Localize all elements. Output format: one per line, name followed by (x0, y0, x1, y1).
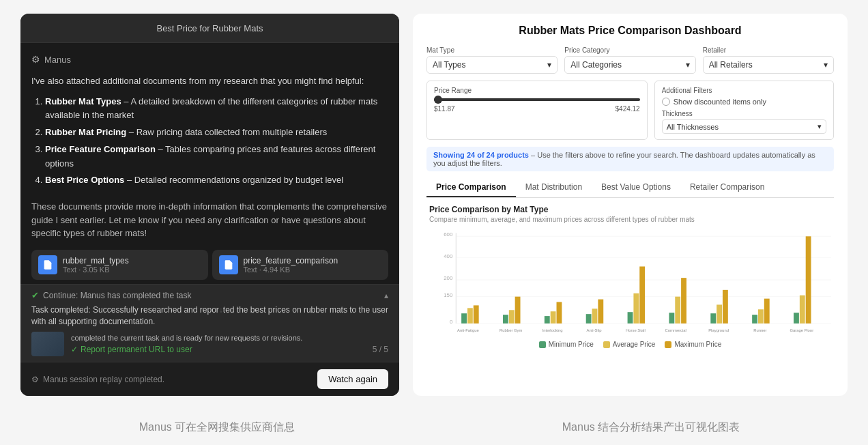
chart-container: 600 400 200 150 0 Anti-Fatigue (429, 229, 831, 338)
svg-rect-40 (758, 309, 764, 324)
svg-rect-23 (586, 314, 592, 324)
retailer-filter: Retailer All Retailers ▾ (703, 46, 834, 74)
svg-rect-41 (764, 299, 770, 324)
svg-rect-21 (557, 302, 562, 323)
agent-label: ⚙ Manus (31, 54, 388, 65)
check-icon-step: ✓ (71, 345, 78, 354)
slider-values: $11.87 $424.12 (434, 105, 640, 113)
watch-again-button[interactable]: Watch again (317, 369, 388, 389)
intro-text: I've also attached additional documents … (31, 74, 388, 88)
svg-rect-11 (461, 313, 467, 324)
svg-rect-32 (675, 297, 680, 324)
chat-body: ⚙ Manus I've also attached additional do… (20, 43, 399, 284)
task-thumb-inner (31, 332, 64, 356)
file-icon (38, 255, 57, 274)
chart-legend: Minimum Price Average Price Maximum Pric… (429, 341, 831, 348)
svg-rect-28 (633, 293, 639, 324)
price-max: $424.12 (616, 105, 640, 113)
window-title: Best Price for Rubber Mats (156, 23, 263, 33)
svg-rect-31 (669, 313, 674, 324)
svg-text:Commercial: Commercial (665, 328, 686, 332)
file-name: price_feature_comparison (244, 256, 338, 265)
svg-text:200: 200 (444, 275, 453, 281)
legend-dot-min (539, 341, 546, 348)
legend-label-min: Minimum Price (549, 341, 594, 348)
thickness-select[interactable]: All Thicknesses ▾ (662, 119, 826, 134)
discount-checkbox-row: Show discounted items only (662, 98, 826, 106)
task-thumb-row: completed the current task and is ready … (31, 332, 388, 356)
follow-up-text: These documents provide more in-depth in… (31, 200, 388, 240)
list-item-label: Rubber Mat Pricing (45, 127, 126, 137)
file-info: price_feature_comparison Text · 4.94 KB (244, 256, 338, 274)
right-panel: Rubber Mats Price Comparison Dashboard M… (413, 14, 848, 396)
legend-label-avg: Average Price (613, 341, 656, 348)
mat-type-select[interactable]: All Types ▾ (426, 56, 558, 74)
chevron-down-icon: ▾ (547, 60, 551, 70)
retailer-label: Retailer (703, 46, 834, 54)
svg-rect-20 (551, 311, 556, 324)
svg-rect-24 (592, 308, 598, 324)
tab-mat-distribution[interactable]: Mat Distribution (516, 178, 592, 197)
file-item[interactable]: price_feature_comparison Text · 4.94 KB (212, 250, 389, 280)
filters-row-1: Mat Type All Types ▾ Price Category All … (426, 46, 834, 74)
file-item[interactable]: rubber_mat_types Text · 3.05 KB (31, 250, 208, 280)
bottom-bar: ⚙ Manus session replay completed. Watch … (20, 362, 399, 396)
tab-price-comparison[interactable]: Price Comparison (426, 178, 516, 197)
step-description: completed the current task and is ready … (71, 334, 388, 342)
discount-label: Show discounted items only (674, 98, 766, 106)
tab-best-value[interactable]: Best Value Options (592, 178, 680, 197)
list-item: Rubber Mat Types – A detailed breakdown … (45, 95, 388, 124)
agent-name: Manus (44, 55, 71, 65)
thickness-value: All Thicknesses (667, 123, 719, 131)
price-range-filter: Price Range $11.87 $424.12 (426, 81, 648, 140)
svg-rect-37 (723, 290, 728, 324)
additional-filters: Additional Filters Show discounted items… (654, 81, 834, 140)
tab-retailer-comparison[interactable]: Retailer Comparison (680, 178, 774, 197)
chart-title: Price Comparison by Mat Type (429, 205, 831, 214)
file-icon (219, 255, 238, 274)
tabs-row: Price Comparison Mat Distribution Best V… (426, 178, 834, 198)
price-min: $11.87 (434, 105, 455, 113)
svg-rect-16 (509, 310, 515, 324)
svg-rect-43 (794, 313, 799, 324)
discount-checkbox[interactable] (662, 98, 670, 106)
svg-text:Playground: Playground (708, 328, 729, 332)
footer-right-caption: Manus 结合分析结果产出可视化图表 (434, 420, 868, 435)
svg-rect-19 (545, 316, 550, 324)
task-text: Task completed: Successfully researched … (31, 304, 388, 328)
continue-label: Continue: Manus has completed the task (43, 291, 191, 300)
dashboard-title: Rubber Mats Price Comparison Dashboard (426, 25, 834, 37)
task-thumbnail (31, 332, 64, 356)
chevron-down-icon: ▾ (818, 122, 822, 131)
document-list: Rubber Mat Types – A detailed breakdown … (31, 95, 388, 191)
svg-rect-29 (639, 266, 645, 323)
price-category-filter: Price Category All Categories ▾ (564, 46, 695, 74)
completed-step: ✓ Report permanent URL to user 5 / 5 (71, 345, 388, 354)
svg-rect-17 (515, 297, 521, 324)
svg-text:150: 150 (444, 292, 453, 298)
legend-max: Maximum Price (665, 341, 721, 348)
chart-subtitle: Compare minimum, average, and maximum pr… (429, 216, 831, 223)
session-text: Manus session replay completed. (43, 375, 164, 384)
svg-rect-13 (474, 305, 479, 324)
svg-text:600: 600 (444, 231, 453, 238)
svg-rect-36 (717, 304, 722, 323)
legend-avg: Average Price (603, 341, 656, 348)
svg-rect-45 (806, 236, 811, 324)
svg-text:Runner: Runner (753, 328, 766, 332)
retailer-select[interactable]: All Retailers ▾ (703, 56, 834, 74)
slider-thumb-left[interactable] (434, 96, 442, 104)
window-titlebar: Best Price for Rubber Mats (20, 14, 399, 43)
svg-rect-12 (467, 308, 473, 324)
svg-rect-44 (800, 296, 805, 324)
price-slider-track[interactable] (434, 98, 640, 101)
file-size: Text · 3.05 KB (63, 265, 129, 274)
chevron-down-icon: ▾ (686, 60, 690, 70)
check-icon: ✔ (31, 290, 39, 300)
legend-min: Minimum Price (539, 341, 594, 348)
legend-dot-avg (603, 341, 610, 348)
price-comparison-chart: 600 400 200 150 0 Anti-Fatigue (429, 229, 831, 338)
additional-label: Additional Filters (662, 87, 826, 94)
price-category-select[interactable]: All Categories ▾ (564, 56, 695, 74)
list-item: Rubber Mat Pricing – Raw pricing data co… (45, 126, 388, 140)
